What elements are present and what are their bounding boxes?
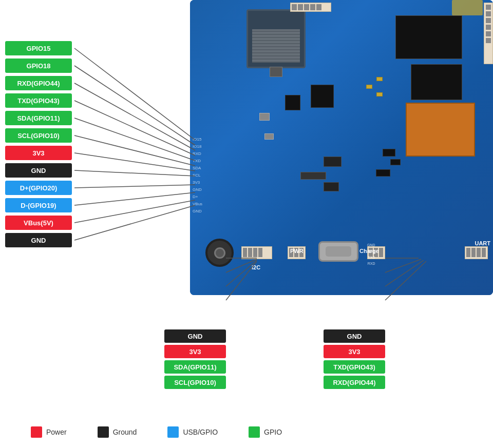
svg-line-10 — [74, 200, 195, 223]
label-3v3: 3V3 — [5, 146, 72, 160]
label-bl-3v3: 3V3 — [164, 345, 226, 358]
label-br-txd: TXD(GPIO43) — [324, 360, 385, 374]
svg-line-9 — [74, 192, 195, 205]
legend-power: Power — [31, 426, 67, 438]
svg-line-6 — [74, 153, 195, 171]
gpio-label: GPIO — [264, 428, 282, 436]
svg-line-0 — [74, 48, 195, 140]
svg-line-11 — [74, 205, 195, 240]
label-bl-gnd: GND — [164, 329, 226, 343]
svg-line-4 — [74, 118, 195, 161]
svg-line-5 — [74, 135, 195, 166]
power-label: Power — [46, 428, 67, 436]
label-br-rxd: RXD(GPIO44) — [324, 376, 385, 389]
label-dminus: D-(GPIO19) — [5, 198, 72, 212]
legend-gpio: GPIO — [249, 426, 282, 438]
label-scl10: SCL(GPIO10) — [5, 128, 72, 143]
usb-gpio-label: USB/GPIO — [183, 428, 218, 436]
label-dplus: D+(GPIO20) — [5, 181, 72, 195]
svg-line-8 — [74, 185, 195, 188]
label-bl-sda: SDA(GPIO11) — [164, 360, 226, 374]
usb-gpio-color-box — [167, 426, 179, 438]
label-rxd44: RXD(GPIO44) — [5, 76, 72, 90]
power-color-box — [31, 426, 42, 438]
gpio-color-box — [249, 426, 260, 438]
label-vbus: VBus(5V) — [5, 216, 72, 230]
label-gnd2: GND — [5, 233, 72, 247]
label-br-gnd: GND — [324, 329, 385, 343]
legend-ground: Ground — [98, 426, 137, 438]
legend-usb-gpio: USB/GPIO — [167, 426, 218, 438]
svg-line-2 — [74, 83, 195, 150]
svg-line-1 — [74, 66, 195, 145]
svg-line-7 — [74, 170, 195, 176]
label-gnd1: GND — [5, 163, 72, 178]
label-gpio18: GPIO18 — [5, 59, 72, 73]
ground-label: Ground — [113, 428, 137, 436]
label-sda11: SDA(GPIO11) — [5, 111, 72, 125]
legend: Power Ground USB/GPIO GPIO — [31, 426, 282, 438]
label-br-3v3: 3V3 — [324, 345, 385, 358]
label-bl-scl: SCL(GPIO10) — [164, 376, 226, 389]
label-txd43: TXD(GPIO43) — [5, 93, 72, 108]
ground-color-box — [98, 426, 109, 438]
svg-line-3 — [74, 101, 195, 155]
label-gpio15: GPIO15 — [5, 41, 72, 55]
